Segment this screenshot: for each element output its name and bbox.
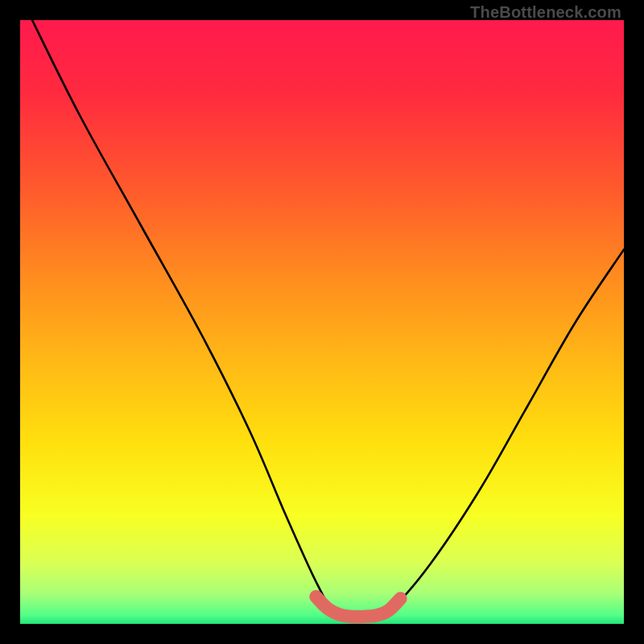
bottleneck-curve <box>32 20 624 619</box>
plot-area <box>20 20 624 624</box>
optimal-band-marker <box>316 597 401 617</box>
watermark-text: TheBottleneck.com <box>470 3 621 22</box>
chart-svg <box>20 20 624 624</box>
chart-frame: TheBottleneck.com <box>0 0 644 644</box>
